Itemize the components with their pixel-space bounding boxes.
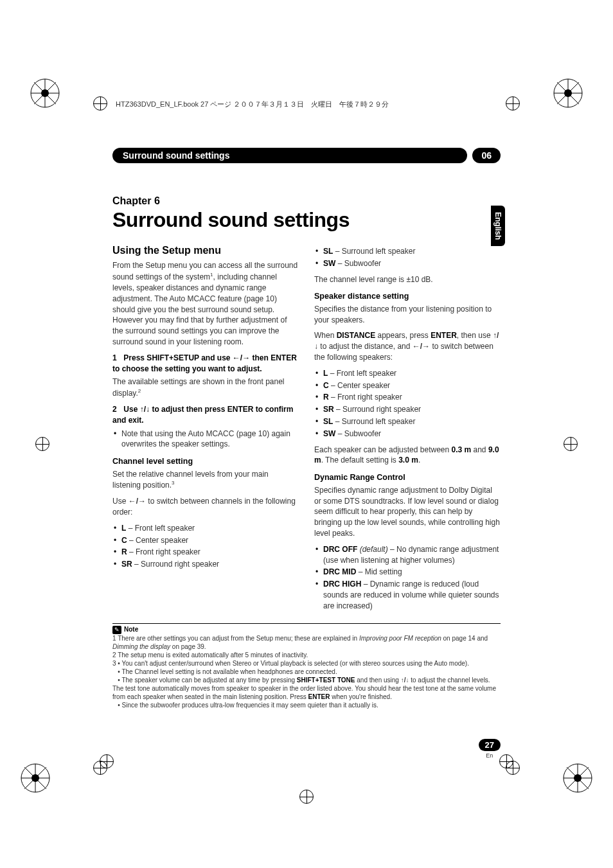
- svg-point-23: [574, 774, 582, 782]
- svg-point-5: [41, 89, 49, 97]
- step-2: 2 Use ↑/↓ to adjust then press ENTER to …: [112, 404, 299, 426]
- channel-intro: Set the relative channel levels from you…: [112, 469, 299, 492]
- chapter-label: Chapter 6: [112, 195, 501, 207]
- list-item: SR – Surround right speaker: [121, 559, 299, 570]
- list-item: SR – Surround right speaker: [323, 404, 501, 415]
- left-right-arrows-icon: ←/→: [233, 353, 250, 362]
- heading-drc: Dynamic Range Control: [314, 472, 501, 484]
- distance-range: Each speaker can be adjusted between 0.3…: [314, 445, 501, 466]
- page-number-value: 27: [479, 739, 501, 751]
- distance-when: When DISTANCE appears, press ENTER, then…: [314, 330, 501, 362]
- list-item: R – Front right speaker: [121, 547, 299, 558]
- page-number: 27 En: [479, 739, 501, 759]
- heading-channel-level: Channel level setting: [112, 456, 299, 468]
- distance-list: L – Front left speakerC – Center speaker…: [314, 368, 501, 439]
- corner-star-icon: [552, 77, 584, 109]
- list-item: C – Center speaker: [323, 380, 501, 391]
- list-item: DRC OFF (default) – No dynamic range adj…: [323, 544, 501, 566]
- list-item: SW – Subwoofer: [323, 258, 501, 269]
- svg-point-17: [31, 774, 39, 782]
- registration-mark: [506, 96, 520, 111]
- page-title: Surround sound settings: [112, 208, 501, 232]
- left-right-arrows-icon: ←/→: [413, 342, 430, 351]
- channel-list-cont: SL – Surround left speakerSW – Subwoofer: [314, 246, 501, 269]
- drc-list: DRC OFF (default) – No dynamic range adj…: [314, 544, 501, 612]
- corner-star-icon: [29, 77, 61, 109]
- drc-intro: Specifies dynamic range adjustment to Do…: [314, 485, 501, 539]
- left-column: Using the Setup menu From the Setup menu…: [112, 244, 299, 617]
- section-header: Surround sound settings 06: [112, 148, 501, 163]
- registration-mark: [100, 754, 114, 768]
- list-item: R – Front right speaker: [323, 392, 501, 403]
- page-content: Surround sound settings 06 Chapter 6 Sur…: [112, 128, 501, 709]
- list-item: SL – Surround left speaker: [323, 416, 501, 427]
- step-2-note-list: Note that using the Auto MCACC (page 10)…: [112, 429, 299, 450]
- registration-mark: [499, 754, 513, 768]
- note-icon: ✎: [112, 626, 121, 635]
- heading-speaker-distance: Speaker distance setting: [314, 291, 501, 303]
- page-number-lang: En: [479, 752, 501, 759]
- list-item: SL – Surround left speaker: [323, 246, 501, 257]
- registration-mark: [299, 790, 314, 804]
- registration-mark: [35, 437, 49, 451]
- corner-star-icon: [562, 762, 594, 794]
- note-heading: Note: [124, 626, 138, 633]
- list-item: C – Center speaker: [121, 535, 299, 546]
- list-item: DRC HIGH – Dynamic range is reduced (lou…: [323, 579, 501, 611]
- list-item: SW – Subwoofer: [323, 429, 501, 439]
- distance-intro: Specifies the distance from your listeni…: [314, 304, 501, 326]
- print-metadata: HTZ363DVD_EN_LF.book 27 ページ ２００７年３月１３日 火…: [116, 100, 389, 109]
- step-1-description: The available settings are shown in the …: [112, 376, 299, 399]
- svg-point-11: [564, 89, 572, 97]
- channel-use: Use ←/→ to switch between channels in th…: [112, 496, 299, 518]
- list-item: Note that using the Auto MCACC (page 10)…: [121, 429, 299, 450]
- left-right-arrows-icon: ←/→: [129, 497, 146, 506]
- section-title: Surround sound settings: [112, 148, 467, 163]
- channel-range: The channel level range is ±10 dB.: [314, 274, 501, 285]
- corner-star-icon: [19, 762, 51, 794]
- registration-mark: [93, 96, 107, 111]
- up-down-arrows-icon: ↑/↓: [401, 677, 409, 684]
- footnotes: ✎Note 1 There are other settings you can…: [112, 623, 501, 710]
- list-item: DRC MID – Mid setting: [323, 567, 501, 578]
- step-1: 1 Press SHIFT+SETUP and use ←/→ then ENT…: [112, 353, 299, 375]
- intro-paragraph: From the Setup menu you can access all t…: [112, 260, 299, 347]
- registration-mark: [564, 437, 578, 451]
- right-column: SL – Surround left speakerSW – Subwoofer…: [314, 244, 501, 617]
- list-item: L – Front left speaker: [121, 523, 299, 534]
- up-down-arrows-icon: ↑/↓: [140, 405, 150, 414]
- heading-using-setup: Using the Setup menu: [112, 244, 299, 258]
- chapter-number-badge: 06: [472, 148, 501, 163]
- list-item: L – Front left speaker: [323, 368, 501, 379]
- channel-list: L – Front left speakerC – Center speaker…: [112, 523, 299, 570]
